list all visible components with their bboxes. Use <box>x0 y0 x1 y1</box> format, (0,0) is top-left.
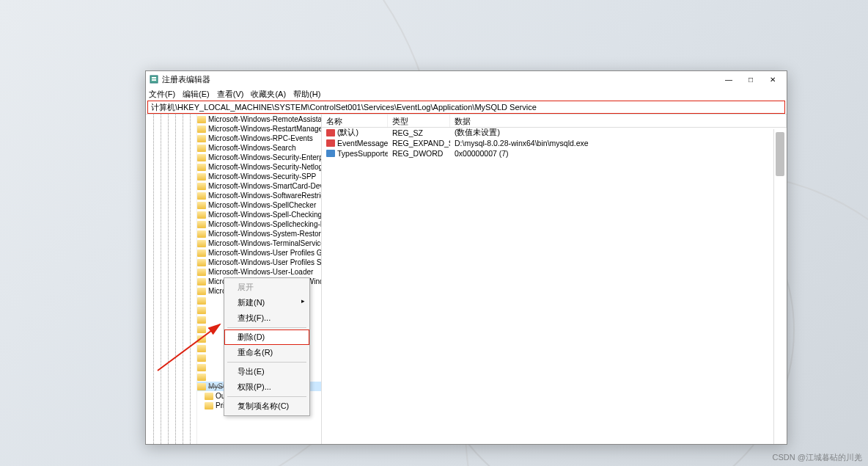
tree-item[interactable]: Microsoft-Windows-Security-Netlogon <box>197 162 321 172</box>
ctx-new[interactable]: 新建(N) <box>224 295 309 310</box>
folder-icon <box>197 259 206 266</box>
tree-item[interactable]: Microsoft-Windows-Security-SPP <box>197 172 321 181</box>
folder-icon <box>197 364 206 371</box>
value-data: D:\mysql-8.0.28-winx64\bin\mysqld.exe <box>450 139 787 148</box>
svg-rect-2 <box>152 79 156 81</box>
tree-item-label: Microsoft-Windows-Spell-Checking <box>208 211 321 219</box>
value-type: REG_DWORD <box>388 149 450 158</box>
ctx-separator <box>227 362 306 363</box>
tree-item[interactable]: Microsoft-Windows-Search <box>197 143 321 153</box>
folder-icon <box>197 173 206 181</box>
ctx-permissions[interactable]: 权限(P)... <box>224 379 309 395</box>
folder-icon <box>197 116 206 123</box>
tree-item-label: Microsoft-Windows-Search <box>208 144 295 152</box>
context-menu: 展开 新建(N) 查找(F)... 删除(D) 重命名(R) 导出(E) 权限(… <box>224 277 310 416</box>
tree-item[interactable]: Microsoft-Windows-User Profiles Genera <box>197 248 321 258</box>
app-icon <box>149 74 159 84</box>
folder-icon <box>197 154 206 161</box>
ctx-rename[interactable]: 重命名(R) <box>224 345 309 360</box>
folder-icon <box>197 183 206 190</box>
folder-icon <box>197 230 206 238</box>
tree-item[interactable]: Microsoft-Windows-System-Restore <box>197 229 321 239</box>
values-panel: 名称 类型 数据 (默认)REG_SZ(数值未设置)EventMessage..… <box>322 114 787 444</box>
tree-item[interactable]: Microsoft-Windows-SoftwareRestrictionP <box>197 191 321 200</box>
tree-item-label: Microsoft-Windows-TerminalServices-Clie <box>208 239 321 247</box>
folder-icon <box>197 316 206 324</box>
col-name[interactable]: 名称 <box>322 114 388 127</box>
tree-item-label: Microsoft-Windows-RestartManager <box>208 125 321 133</box>
tree-item-label: Microsoft-Windows-Security-EnterpriseD <box>208 153 321 161</box>
tree-item[interactable]: Microsoft-Windows-User-Loader <box>197 267 321 277</box>
tree-item[interactable]: Microsoft-Windows-Spellchecking-Host <box>197 219 321 229</box>
folder-icon <box>197 354 206 362</box>
tree-item[interactable]: Microsoft-Windows-SpellChecker <box>197 200 321 210</box>
value-data: 0x00000007 (7) <box>450 149 787 158</box>
value-name: TypesSupported <box>337 149 388 158</box>
tree-item-label: Microsoft-Windows-User Profiles Genera <box>208 249 321 257</box>
address-bar[interactable]: 计算机\HKEY_LOCAL_MACHINE\SYSTEM\ControlSet… <box>147 101 785 114</box>
value-row[interactable]: (默认)REG_SZ(数值未设置) <box>322 128 787 138</box>
tree-item[interactable]: Microsoft-Windows-RPC-Events <box>197 134 321 143</box>
ctx-export[interactable]: 导出(E) <box>224 364 309 379</box>
tree-item[interactable]: Microsoft-Windows-TerminalServices-Clie <box>197 239 321 248</box>
svg-rect-1 <box>152 77 156 79</box>
folder-icon <box>205 393 213 400</box>
ctx-delete[interactable]: 删除(D) <box>224 330 309 345</box>
folder-icon <box>197 269 206 276</box>
folder-icon <box>205 402 213 409</box>
folder-icon <box>197 240 206 247</box>
folder-icon <box>197 202 206 209</box>
ctx-expand: 展开 <box>224 280 309 295</box>
tree-item[interactable]: Microsoft-Windows-RemoteAssistance <box>197 114 321 124</box>
tree-item-label: Microsoft-Windows-Security-SPP <box>208 172 316 181</box>
folder-icon <box>197 335 206 343</box>
watermark: CSDN @江城暮砧的川羌 <box>773 452 862 463</box>
menu-edit[interactable]: 编辑(E) <box>183 89 210 100</box>
ctx-find[interactable]: 查找(F)... <box>224 310 309 326</box>
string-value-icon <box>326 129 335 136</box>
value-type: REG_EXPAND_SZ <box>388 139 450 148</box>
tree-item[interactable]: Microsoft-Windows-SmartCard-DeviceEn <box>197 181 321 191</box>
tree-item-label: Microsoft-Windows-Security-Netlogon <box>208 163 321 171</box>
close-button[interactable]: ✕ <box>762 72 784 87</box>
tree-item-label: Microsoft-Windows-RPC-Events <box>208 134 313 142</box>
folder-icon <box>197 164 206 171</box>
string-value-icon <box>326 139 335 147</box>
folder-icon <box>197 326 206 333</box>
folder-icon <box>197 288 206 295</box>
tree-item[interactable]: Microsoft-Windows-Security-EnterpriseD <box>197 153 321 162</box>
menu-favorites[interactable]: 收藏夹(A) <box>251 89 286 100</box>
titlebar[interactable]: 注册表编辑器 — □ ✕ <box>146 71 787 87</box>
tree-item-label: Microsoft-Windows-User-Loader <box>208 268 313 276</box>
col-type[interactable]: 类型 <box>388 114 450 127</box>
ctx-copy-name[interactable]: 复制项名称(C) <box>224 398 309 414</box>
ctx-separator <box>227 327 306 328</box>
tree-item[interactable]: Microsoft-Windows-RestartManager <box>197 124 321 134</box>
values-header: 名称 类型 数据 <box>322 114 787 128</box>
value-row[interactable]: EventMessage...REG_EXPAND_SZD:\mysql-8.0… <box>322 138 787 148</box>
menu-view[interactable]: 查看(V) <box>217 89 244 100</box>
values-scrollbar[interactable] <box>773 129 787 444</box>
tree-item[interactable]: Microsoft-Windows-Spell-Checking <box>197 210 321 219</box>
col-data[interactable]: 数据 <box>450 114 787 127</box>
folder-icon <box>197 221 206 228</box>
folder-icon <box>197 135 206 142</box>
menu-file[interactable]: 文件(F) <box>149 89 175 100</box>
tree-item-label: Microsoft-Windows-User Profiles Service <box>208 258 321 266</box>
menu-help[interactable]: 帮助(H) <box>293 89 320 100</box>
value-name: EventMessage... <box>337 139 388 148</box>
folder-icon <box>197 374 206 381</box>
address-text: 计算机\HKEY_LOCAL_MACHINE\SYSTEM\ControlSet… <box>151 102 537 113</box>
binary-value-icon <box>326 150 335 157</box>
menubar: 文件(F) 编辑(E) 查看(V) 收藏夹(A) 帮助(H) <box>146 87 787 101</box>
minimize-button[interactable]: — <box>718 72 740 87</box>
value-name: (默认) <box>337 128 358 138</box>
tree-item-label: Microsoft-Windows-SpellChecker <box>208 201 316 209</box>
maximize-button[interactable]: □ <box>740 72 762 87</box>
folder-icon <box>197 383 206 390</box>
tree-item[interactable]: Microsoft-Windows-User Profiles Service <box>197 258 321 267</box>
tree-item-label: Microsoft-Windows-Spellchecking-Host <box>208 220 321 228</box>
ctx-separator <box>227 396 306 397</box>
value-row[interactable]: TypesSupportedREG_DWORD0x00000007 (7) <box>322 148 787 159</box>
window-title: 注册表编辑器 <box>162 74 210 85</box>
